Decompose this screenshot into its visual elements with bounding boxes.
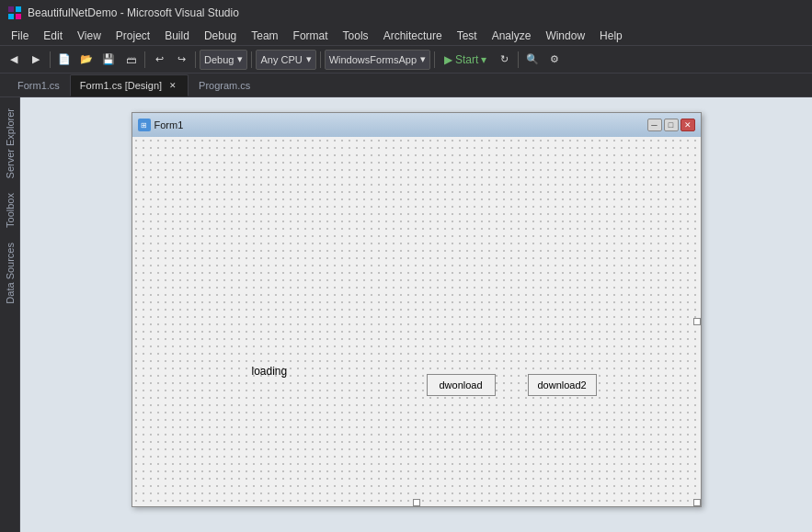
debug-config-value: Debug bbox=[204, 54, 234, 65]
form-icon: ⊞ bbox=[138, 119, 151, 131]
app-arrow: ▾ bbox=[420, 53, 426, 65]
form-body: loading dwonload download2 bbox=[132, 137, 701, 506]
window-title: BeautifulNetDemo - Microsoft Visual Stud… bbox=[28, 6, 239, 19]
cpu-value: Any CPU bbox=[260, 54, 302, 65]
designer-area: ⊞ Form1 ─ □ ✕ loading dwonload download2 bbox=[20, 97, 812, 532]
loading-label: loading bbox=[252, 365, 288, 378]
menu-window[interactable]: Window bbox=[538, 28, 592, 44]
app-logo bbox=[7, 6, 22, 20]
tab-bar: Form1.cs Form1.cs [Design] ✕ Program.cs bbox=[0, 74, 812, 97]
menu-help[interactable]: Help bbox=[592, 28, 630, 44]
toolbar-sep1 bbox=[50, 51, 51, 68]
menu-build[interactable]: Build bbox=[157, 28, 197, 44]
resize-handle-bottom[interactable] bbox=[413, 499, 420, 506]
sidebar-server-explorer[interactable]: Server Explorer bbox=[3, 101, 17, 186]
title-bar: BeautifulNetDemo - Microsoft Visual Stud… bbox=[0, 0, 812, 26]
menu-team[interactable]: Team bbox=[244, 28, 285, 44]
form-maximize-btn[interactable]: □ bbox=[664, 119, 679, 131]
sidebar-toolbox[interactable]: Toolbox bbox=[3, 186, 17, 235]
tab-programcs[interactable]: Program.cs bbox=[189, 74, 260, 96]
toolbar-sep5 bbox=[320, 51, 321, 68]
menu-format[interactable]: Format bbox=[286, 28, 336, 44]
toolbar-save-btn[interactable]: 💾 bbox=[98, 50, 119, 70]
toolbar-open-btn[interactable]: 📂 bbox=[76, 50, 97, 70]
form-title-left: ⊞ Form1 bbox=[138, 119, 184, 131]
cpu-dropdown[interactable]: Any CPU ▾ bbox=[256, 50, 315, 70]
svg-rect-0 bbox=[8, 6, 14, 12]
sidebar-data-sources[interactable]: Data Sources bbox=[3, 235, 17, 311]
tab-form1cs-label: Form1.cs bbox=[17, 80, 60, 91]
tab-form1cs[interactable]: Form1.cs bbox=[7, 74, 70, 96]
toolbar-undo-btn[interactable]: ↩ bbox=[149, 50, 169, 70]
form-title-text: Form1 bbox=[154, 119, 184, 130]
menu-architecture[interactable]: Architecture bbox=[376, 28, 450, 44]
toolbar-options-btn[interactable]: ⚙ bbox=[544, 50, 565, 70]
tab-form1cs-design-label: Form1.cs [Design] bbox=[80, 80, 162, 91]
tab-close-icon[interactable]: ✕ bbox=[167, 80, 178, 91]
download2-button[interactable]: download2 bbox=[528, 374, 597, 396]
left-sidebar: Server Explorer Toolbox Data Sources bbox=[0, 97, 20, 532]
svg-rect-2 bbox=[8, 14, 14, 19]
start-icon: ▶ bbox=[444, 53, 452, 66]
toolbar-save-all-btn[interactable]: 🗃 bbox=[120, 50, 141, 70]
form-window-controls: ─ □ ✕ bbox=[647, 119, 695, 131]
menu-tools[interactable]: Tools bbox=[336, 28, 376, 44]
form-titlebar: ⊞ Form1 ─ □ ✕ bbox=[132, 113, 701, 137]
form-close-btn[interactable]: ✕ bbox=[680, 119, 695, 131]
resize-handle-corner[interactable] bbox=[693, 499, 701, 506]
menu-edit[interactable]: Edit bbox=[36, 28, 70, 44]
toolbar-sep3 bbox=[195, 51, 196, 68]
menu-project[interactable]: Project bbox=[109, 28, 157, 44]
tab-form1cs-design[interactable]: Form1.cs [Design] ✕ bbox=[70, 74, 189, 96]
app-dropdown[interactable]: WindowsFormsApp ▾ bbox=[325, 50, 430, 70]
toolbar-sep4 bbox=[251, 51, 252, 68]
app-value: WindowsFormsApp bbox=[329, 54, 417, 65]
form-icon-char: ⊞ bbox=[141, 121, 147, 130]
menu-test[interactable]: Test bbox=[450, 28, 485, 44]
toolbar-search-btn[interactable]: 🔍 bbox=[522, 50, 543, 70]
debug-config-dropdown[interactable]: Debug ▾ bbox=[200, 50, 247, 70]
toolbar-sep2 bbox=[144, 51, 145, 68]
toolbar-back-btn[interactable]: ◀ bbox=[4, 50, 24, 70]
toolbar-refresh-btn[interactable]: ↻ bbox=[494, 50, 514, 70]
menu-file[interactable]: File bbox=[4, 28, 36, 44]
toolbar-sep7 bbox=[518, 51, 519, 68]
svg-rect-1 bbox=[16, 6, 21, 12]
menu-debug[interactable]: Debug bbox=[197, 28, 244, 44]
debug-config-arrow: ▾ bbox=[237, 53, 243, 65]
resize-handle-right[interactable] bbox=[693, 318, 701, 325]
start-button[interactable]: ▶ Start ▾ bbox=[439, 51, 492, 68]
win-form: ⊞ Form1 ─ □ ✕ loading dwonload download2 bbox=[132, 112, 702, 507]
download-button[interactable]: dwonload bbox=[427, 374, 496, 396]
menu-bar: File Edit View Project Build Debug Team … bbox=[0, 26, 812, 46]
toolbar-sep6 bbox=[434, 51, 435, 68]
toolbar-new-btn[interactable]: 📄 bbox=[54, 50, 74, 70]
toolbar-redo-btn[interactable]: ↪ bbox=[171, 50, 191, 70]
tab-programcs-label: Program.cs bbox=[199, 80, 250, 91]
main-area: Server Explorer Toolbox Data Sources ⊞ F… bbox=[0, 97, 812, 532]
start-label: Start bbox=[455, 53, 478, 66]
toolbar-forward-btn[interactable]: ▶ bbox=[26, 50, 46, 70]
form-minimize-btn[interactable]: ─ bbox=[647, 119, 662, 131]
svg-rect-3 bbox=[16, 14, 21, 19]
cpu-arrow: ▾ bbox=[306, 53, 312, 65]
start-arrow: ▾ bbox=[481, 53, 486, 66]
menu-analyze[interactable]: Analyze bbox=[485, 28, 539, 44]
toolbar: ◀ ▶ 📄 📂 💾 🗃 ↩ ↪ Debug ▾ Any CPU ▾ Window… bbox=[0, 46, 812, 74]
menu-view[interactable]: View bbox=[70, 28, 109, 44]
